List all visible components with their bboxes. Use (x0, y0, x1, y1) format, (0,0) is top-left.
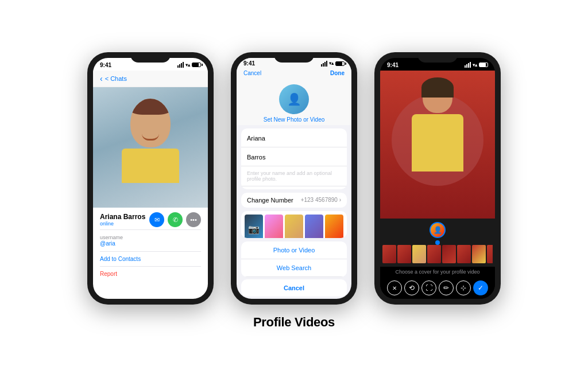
flip-tool-button[interactable]: ⛶ (421, 280, 436, 295)
first-name-field (241, 128, 347, 147)
video-person (392, 81, 483, 219)
first-name-input[interactable] (247, 135, 341, 142)
phone-3: 9:41 ▾▴ (374, 52, 501, 305)
film-frame-7[interactable] (472, 245, 486, 263)
filmstrip-area: 👤 (380, 219, 495, 267)
username-value: @aria (100, 240, 201, 247)
photo-video-button[interactable]: Photo or Video (241, 241, 347, 259)
web-search-button[interactable]: Web Search (241, 259, 347, 277)
change-number-label: Change Number (247, 197, 293, 204)
phone1-info: Ariana Barros online ✉ ✆ ••• (93, 208, 208, 281)
more-button[interactable]: ••• (186, 212, 201, 227)
battery-1 (192, 63, 201, 67)
cover-text: Choose a cover for your profile video (380, 267, 495, 277)
cancel-tool-button[interactable]: ✕ (387, 280, 402, 295)
phone2-nav: Cancel Done (237, 68, 351, 80)
nav-chats-label[interactable]: < Chats (105, 75, 127, 82)
film-frame-4[interactable] (427, 245, 441, 263)
editor-tools: ✕ ⟲ ⛶ ✏ ⊹ ✓ (380, 277, 495, 299)
back-arrow-icon[interactable]: ‹ (100, 74, 103, 83)
mini-avatar: 👤 (430, 222, 446, 238)
last-name-input[interactable] (247, 154, 341, 161)
username-row: username @aria (100, 232, 201, 249)
photo-thumb-3[interactable] (305, 215, 323, 238)
rotate-tool-button[interactable]: ⟲ (404, 280, 419, 295)
contact-name: Ariana Barros (100, 213, 145, 221)
brush-tool-button[interactable]: ✏ (439, 280, 454, 295)
confirm-tool-button[interactable]: ✓ (473, 280, 488, 295)
film-frame-6[interactable] (457, 245, 471, 263)
filmstrip[interactable] (382, 245, 493, 263)
cancel-nav-button[interactable]: Cancel (243, 70, 261, 76)
profile-avatar[interactable]: 👤 (279, 84, 309, 114)
cancel-sheet-button[interactable]: Cancel (241, 279, 347, 297)
report-link[interactable]: Report (100, 269, 201, 279)
film-frame-8[interactable] (487, 245, 493, 263)
phone3-screen: 9:41 ▾▴ (380, 58, 495, 299)
divider-3 (100, 266, 201, 267)
adjust-tool-button[interactable]: ⊹ (456, 280, 471, 295)
photo-grid: 📷 (241, 211, 347, 238)
photo-thumb-4[interactable] (325, 215, 343, 238)
add-contacts-link[interactable]: Add to Contacts (100, 254, 201, 264)
time-2: 9:41 (243, 60, 255, 67)
phones-row: 9:41 ▾▴ ‹ < Chats (87, 52, 501, 305)
battery-2 (335, 61, 345, 66)
divider-2 (100, 251, 201, 252)
signal-bars-1 (177, 62, 184, 68)
message-button[interactable]: ✉ (149, 212, 164, 227)
status-icons-3: ▾▴ (465, 62, 488, 68)
time-3: 9:41 (387, 62, 399, 68)
phone1-screen: 9:41 ▾▴ ‹ < Chats (93, 58, 208, 299)
form-section: Enter your name and add an optional prof… (241, 128, 347, 189)
divider-1 (100, 229, 201, 230)
bio-field: Bio Any details such as age, occupation … (241, 186, 347, 189)
wifi-icon-2: ▾▴ (329, 61, 334, 66)
contact-info: Ariana Barros online (100, 213, 145, 227)
phone-icon: ✆ (173, 216, 178, 224)
action-sheet: Photo or Video Web Search Log Out (241, 241, 347, 277)
contact-row: Ariana Barros online ✉ ✆ ••• (100, 212, 201, 227)
film-frame-2[interactable] (397, 245, 411, 263)
name-hint: Enter your name and add an optional prof… (247, 170, 341, 182)
phone1-nav: ‹ < Chats (93, 71, 208, 87)
phone-1: 9:41 ▾▴ ‹ < Chats (87, 52, 214, 305)
contact-photo (122, 99, 179, 183)
name-hint-field: Enter your name and add an optional prof… (241, 166, 347, 186)
phone-2: 9:41 ▾▴ Cancel Done (231, 52, 357, 305)
status-icons-2: ▾▴ (321, 61, 345, 67)
set-photo-button[interactable]: Set New Photo or Video (264, 116, 325, 123)
phone3-video (380, 71, 495, 219)
phone1-photo (93, 87, 208, 208)
wifi-icon-1: ▾▴ (185, 63, 190, 68)
time-1: 9:41 (100, 62, 111, 68)
battery-3 (479, 63, 488, 67)
film-frame-5[interactable] (442, 245, 456, 263)
done-button[interactable]: Done (330, 70, 345, 76)
photo-thumb-2[interactable] (285, 215, 303, 238)
change-number-value: +123 4567890 › (301, 197, 341, 203)
more-icon: ••• (190, 216, 197, 223)
page-title: Profile Videos (253, 315, 335, 330)
face-oval (130, 99, 171, 147)
profile-pic-area: 👤 Set New Photo or Video (237, 80, 351, 125)
notch-3 (417, 52, 458, 63)
status-icons-1: ▾▴ (177, 62, 201, 68)
action-buttons: ✉ ✆ ••• (149, 212, 201, 227)
phone2-screen: 9:41 ▾▴ Cancel Done (237, 58, 351, 299)
last-name-field (241, 147, 347, 166)
change-number-row[interactable]: Change Number +123 4567890 › (241, 193, 347, 208)
call-button[interactable]: ✆ (168, 212, 183, 227)
contact-status: online (100, 221, 145, 227)
wifi-icon-3: ▾▴ (473, 63, 477, 68)
film-frame-1[interactable] (382, 245, 396, 263)
dot-blue (435, 240, 440, 245)
photo-thumbnails: 📷 (245, 215, 343, 238)
notch-1 (130, 52, 171, 63)
camera-thumb[interactable]: 📷 (245, 215, 263, 238)
message-icon: ✉ (154, 216, 160, 224)
film-frame-3[interactable] (412, 245, 426, 263)
notch-2 (274, 52, 314, 63)
photo-thumb-1[interactable] (265, 215, 283, 238)
username-label: username (100, 235, 201, 240)
